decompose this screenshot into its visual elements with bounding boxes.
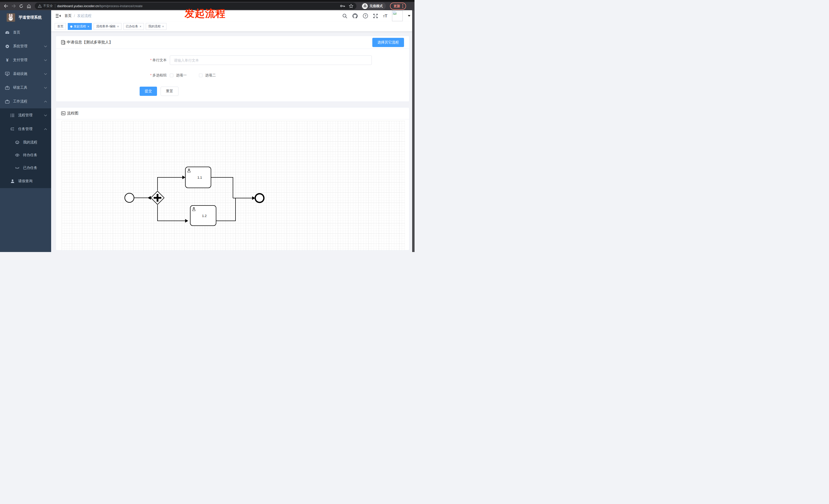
reset-button[interactable]: 重置 — [160, 87, 178, 96]
chevron-up-icon — [44, 128, 47, 130]
back-icon[interactable] — [3, 3, 9, 9]
chevron-down-icon — [44, 59, 47, 61]
parallel-gateway[interactable] — [151, 191, 164, 204]
checkbox-option-1[interactable]: 选项一 — [170, 73, 187, 78]
hamburger-fold-icon[interactable] — [55, 13, 61, 18]
start-event[interactable] — [125, 193, 134, 202]
text-field-label: *单行文本 — [139, 58, 170, 63]
apply-info-header: 申请信息【测试多审批人】 选择其它流程 — [56, 36, 409, 49]
bpmn-canvas[interactable]: 1.1 1.2 — [62, 121, 405, 250]
sidebar-item-label: 我的流程 — [23, 140, 37, 145]
browser-menu-icon[interactable] — [402, 4, 403, 8]
home-icon[interactable] — [26, 3, 32, 9]
close-icon[interactable]: × — [117, 25, 119, 28]
update-label: 更新 — [394, 4, 400, 8]
sidebar-item-done-tasks[interactable]: 已办任务 — [0, 161, 51, 174]
sidebar-item-label: 基础设施 — [13, 72, 27, 76]
forward-icon[interactable] — [10, 3, 17, 9]
incognito-label: 无痕模式 — [369, 4, 383, 8]
browser-scrollbar[interactable] — [412, 10, 414, 252]
sidebar-item-workflow[interactable]: 工作流程 — [0, 94, 51, 108]
logo-row[interactable]: 芋道管理系统 — [0, 10, 51, 25]
tag-form-edit[interactable]: 流程表单-编辑× — [94, 23, 121, 30]
sidebar-item-label: 待办任务 — [23, 153, 37, 157]
password-key-icon[interactable] — [340, 5, 345, 7]
checkbox-icon[interactable] — [199, 74, 203, 77]
content-area: 申请信息【测试多审批人】 选择其它流程 *单行文本 *多选框组 选项一 选 — [51, 32, 414, 252]
submit-button[interactable]: 提交 — [140, 87, 157, 96]
breadcrumb-current: 发起流程 — [77, 13, 92, 18]
broken-image-icon — [393, 11, 397, 15]
apply-info-title: 申请信息【测试多审批人】 — [67, 40, 113, 45]
sidebar-item-task-mgmt[interactable]: 任务管理 — [0, 122, 51, 136]
sidebar-item-payment[interactable]: ¥ 支付管理 — [0, 53, 51, 67]
toolbox-icon — [5, 86, 9, 90]
single-line-text-input[interactable] — [170, 55, 372, 65]
tag-my-process[interactable]: 我的流程× — [146, 23, 167, 30]
sidebar-item-leave-query[interactable]: 请假查询 — [0, 174, 51, 188]
monitor-icon — [5, 72, 9, 76]
warning-icon — [38, 4, 42, 8]
close-icon[interactable]: × — [140, 25, 141, 28]
sidebar-item-label: 任务管理 — [18, 127, 33, 131]
face-icon — [15, 140, 20, 145]
incognito-badge: 无痕模式 — [361, 2, 386, 10]
sidebar: 芋道管理系统 首页 系统管理 ¥ 支付管理 — [0, 10, 51, 252]
breadcrumb-home[interactable]: 首页 — [65, 13, 72, 18]
sidebar-item-label: 工作流程 — [13, 99, 27, 104]
checkbox-option-2[interactable]: 选项二 — [199, 73, 216, 78]
help-icon[interactable]: ? — [363, 13, 368, 18]
update-button[interactable]: 更新 — [390, 3, 406, 10]
search-icon[interactable] — [342, 13, 348, 18]
github-icon[interactable] — [352, 13, 358, 18]
breadcrumb: 首页 / 发起流程 — [65, 13, 92, 18]
tags-view-bar: 首页 发起流程× 流程表单-编辑× 已办任务× 我的流程× — [51, 22, 414, 32]
required-asterisk: * — [150, 58, 152, 62]
security-label: 不安全 — [43, 4, 53, 8]
eye-closed-icon — [15, 166, 20, 170]
tag-start-process[interactable]: 发起流程× — [68, 23, 92, 30]
sidebar-item-my-process[interactable]: 我的流程 — [0, 136, 51, 149]
user-task-1-2[interactable]: 1.2 — [190, 205, 216, 226]
avatar[interactable] — [392, 10, 403, 21]
sidebar-item-devtools[interactable]: 研发工具 — [0, 81, 51, 94]
close-icon[interactable]: × — [87, 25, 89, 28]
browser-tabstrip — [0, 0, 414, 2]
end-event[interactable] — [255, 194, 264, 202]
navbar: 首页 / 发起流程 ? TT — [51, 10, 414, 22]
user-task-1-1[interactable]: 1.1 — [185, 167, 211, 188]
sidebar-item-infra[interactable]: 基础设施 — [0, 67, 51, 81]
sidebar-item-label: 首页 — [13, 30, 20, 35]
scrollbar-thumb[interactable] — [412, 10, 414, 252]
bookmark-star-icon[interactable] — [349, 4, 353, 8]
sidebar-item-process-mgmt[interactable]: 流程管理 — [0, 108, 51, 122]
sidebar-item-home[interactable]: 首页 — [0, 26, 51, 39]
reload-icon[interactable] — [18, 3, 25, 9]
tag-home[interactable]: 首页 — [55, 23, 66, 30]
font-size-icon[interactable]: TT — [383, 14, 387, 18]
close-icon[interactable]: × — [162, 25, 164, 28]
chevron-down-icon — [44, 45, 47, 47]
picture-icon — [61, 111, 66, 115]
list-icon — [10, 113, 14, 118]
chevron-down-icon — [44, 115, 47, 116]
checkbox-group-label: *多选框组 — [139, 73, 170, 78]
briefcase-icon — [5, 100, 9, 104]
sidebar-item-label: 请假查询 — [18, 179, 33, 184]
sidebar-item-system[interactable]: 系统管理 — [0, 39, 51, 53]
sidebar-item-label: 系统管理 — [13, 44, 27, 48]
chevron-down-icon — [44, 87, 47, 89]
avatar-dropdown-caret[interactable] — [408, 15, 410, 16]
select-other-process-button[interactable]: 选择其它流程 — [372, 38, 404, 47]
page: 不安全 dashboard.yudao.iocoder.cn/bpm/proce… — [0, 0, 414, 252]
fullscreen-icon[interactable] — [373, 13, 379, 18]
sidebar-item-label: 已办任务 — [23, 166, 37, 170]
sidebar-item-todo-tasks[interactable]: 待办任务 — [0, 149, 51, 161]
security-chip[interactable]: 不安全 — [38, 4, 53, 8]
app-title: 芋道管理系统 — [19, 15, 42, 20]
logo-image — [7, 13, 15, 22]
checkbox-icon[interactable] — [170, 74, 173, 77]
task-label: 1.2 — [202, 214, 207, 218]
dashboard-icon — [5, 30, 9, 35]
tag-done-tasks[interactable]: 已办任务× — [123, 23, 144, 30]
